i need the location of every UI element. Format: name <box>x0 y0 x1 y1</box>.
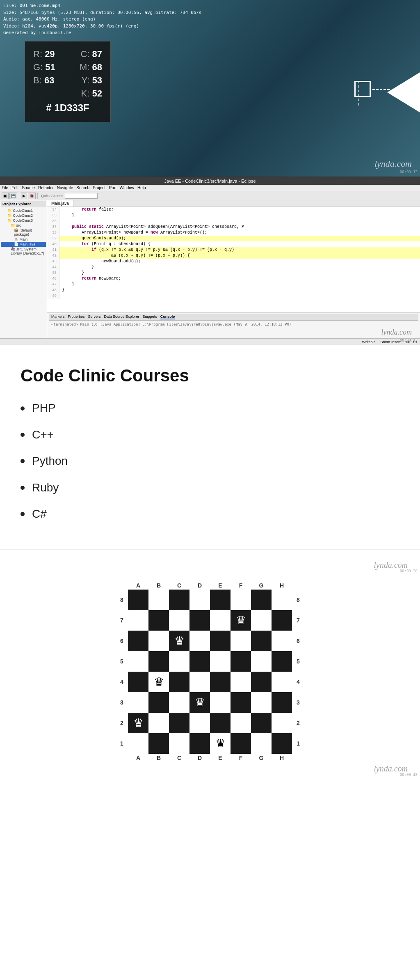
cell-a8 <box>128 590 148 610</box>
board-row-7: 7 ♛ 7 <box>116 610 304 631</box>
code-content: 34 return false; 35 } 36 37 public stati… <box>47 207 420 299</box>
menu-source[interactable]: Source <box>22 186 35 190</box>
frame3-timestamp: 00:00:48 <box>400 773 418 777</box>
menu-search[interactable]: Search <box>76 186 89 190</box>
cell-d7 <box>189 610 210 631</box>
cell-e5 <box>210 651 231 672</box>
course-cpp-label: C++ <box>32 427 54 442</box>
cell-b4: ♛ <box>148 672 169 692</box>
console-tab[interactable]: Console <box>160 314 175 319</box>
frame3-lynda-watermark: lynda.com <box>374 764 408 773</box>
code-tab-main[interactable]: Main.java <box>47 200 73 207</box>
board-row-5: 5 ♛ 5 <box>116 651 304 672</box>
menu-navigate[interactable]: Navigate <box>57 186 73 190</box>
tree-default-pkg[interactable]: 📦 (default package) <box>1 228 46 237</box>
cell-g8 <box>251 590 272 610</box>
board-row-8: 8 ♛ 8 <box>116 590 304 610</box>
eclipse-body: Project Explorer 📁 CodeClinic1 📁 CodeCli… <box>0 200 420 339</box>
cell-b6 <box>148 631 169 651</box>
cell-f4 <box>231 672 251 692</box>
list-item-python: Python <box>21 454 399 468</box>
timestamp: 00:00:13 <box>400 170 418 174</box>
cell-b2 <box>148 713 169 733</box>
tree-main[interactable]: ☕ Main <box>1 237 46 242</box>
frame2-lynda-watermark: lynda.com <box>381 328 412 337</box>
board-row-1: 1 ♛ 1 <box>116 733 304 754</box>
course-title: Code Clinic Courses <box>21 365 399 386</box>
tree-codeclinic2[interactable]: 📁 CodeClinic2 <box>1 213 46 218</box>
tree-jre[interactable]: 📚 JRE System Library [JavaSE-1.7] <box>1 247 46 256</box>
cell-h4 <box>272 672 292 692</box>
board-row-3: 3 ♛ 3 <box>116 692 304 713</box>
quick-access-input[interactable] <box>65 193 98 199</box>
chess-container: A B C D E F G H 8 ♛ 8 7 <box>116 582 304 761</box>
course-csharp-label: C# <box>32 507 47 521</box>
arrow-body <box>416 82 420 99</box>
tree-main-java[interactable]: 📄 Main.java <box>1 242 46 247</box>
code-tab-bar: Main.java <box>47 200 420 207</box>
cell-e2 <box>210 713 231 733</box>
cell-a2: ♛ <box>128 713 148 733</box>
markers-tab[interactable]: Markers <box>51 314 65 319</box>
cell-d2 <box>189 713 210 733</box>
cell-b3 <box>148 692 169 713</box>
code-line-41: 41 if (q.x != p.x && q.y != p.y && (q.x … <box>47 247 420 253</box>
toolbar-btn-debug[interactable]: 🐞 <box>28 193 36 199</box>
menu-window[interactable]: Window <box>119 186 134 190</box>
menu-refactor[interactable]: Refactor <box>38 186 54 190</box>
cell-h2 <box>272 713 292 733</box>
menu-file[interactable]: File <box>2 186 8 190</box>
cell-h7 <box>272 610 292 631</box>
tree-codeclinic3[interactable]: 📁 CodeClinic3 <box>1 218 46 223</box>
list-item-ruby: Ruby <box>21 480 399 495</box>
bullet-python <box>21 459 25 463</box>
course-lynda-watermark: lynda.com <box>374 560 408 570</box>
bullet-ruby <box>21 486 25 490</box>
cell-e3 <box>210 692 231 713</box>
toolbar-btn-run[interactable]: ▶ <box>21 193 27 199</box>
arrow-head <box>387 70 420 115</box>
menu-run[interactable]: Run <box>109 186 116 190</box>
sidebar-title: Project Explorer <box>1 201 46 207</box>
cell-g4 <box>251 672 272 692</box>
list-item-csharp: C# <box>21 507 399 521</box>
servers-tab[interactable]: Servers <box>88 314 101 319</box>
cell-c5 <box>169 651 189 672</box>
bullet-csharp <box>21 512 25 516</box>
eclipse-toolbar: ▣ 💾 ▶ 🐞 Quick Access <box>0 191 420 200</box>
datasource-tab[interactable]: Data Source Explorer <box>104 314 139 319</box>
board-row-4: 4 ♛ 4 <box>116 672 304 692</box>
cell-e8 <box>210 590 231 610</box>
toolbar-btn-new[interactable]: ▣ <box>2 193 9 199</box>
cell-f3 <box>231 692 251 713</box>
toolbar-btn-save[interactable]: 💾 <box>9 193 17 199</box>
cell-h6: ♛ <box>272 631 292 651</box>
code-line-44: 44 } <box>47 264 420 270</box>
course-list: PHP C++ Python Ruby C# <box>21 401 399 521</box>
eclipse-statusbar: Writable Smart Insert 14 : 10 <box>0 338 420 345</box>
snippets-tab[interactable]: Snippets <box>143 314 157 319</box>
menu-project[interactable]: Project <box>93 186 105 190</box>
eclipse-sidebar: Project Explorer 📁 CodeClinic1 📁 CodeCli… <box>0 200 47 339</box>
arrow-graphic <box>272 49 395 131</box>
code-line-46: 46 return newBoard; <box>47 276 420 282</box>
cell-e4 <box>210 672 231 692</box>
status-writable: Writable <box>362 340 376 344</box>
frame3-chess: A B C D E F G H 8 ♛ 8 7 <box>0 574 420 778</box>
list-item-cpp: C++ <box>21 427 399 442</box>
cell-a6 <box>128 631 148 651</box>
cell-d6 <box>189 631 210 651</box>
cell-g2 <box>251 713 272 733</box>
tree-codeclinic1[interactable]: 📁 CodeClinic1 <box>1 208 46 213</box>
bullet-php <box>21 406 25 411</box>
menu-edit[interactable]: Edit <box>11 186 18 190</box>
eclipse-code-area: 34 return false; 35 } 36 37 public stati… <box>47 207 420 312</box>
properties-tab[interactable]: Properties <box>68 314 85 319</box>
cell-c4 <box>169 672 189 692</box>
menu-help[interactable]: Help <box>137 186 146 190</box>
code-line-49: 49 <box>47 293 420 299</box>
tree-src[interactable]: 📁 src <box>1 223 46 228</box>
console-output: <terminated> Main (3) [Java Application]… <box>51 322 416 326</box>
frame2-timestamp: 00:00:43 <box>400 338 418 342</box>
cell-d8: ♛ <box>189 590 210 610</box>
